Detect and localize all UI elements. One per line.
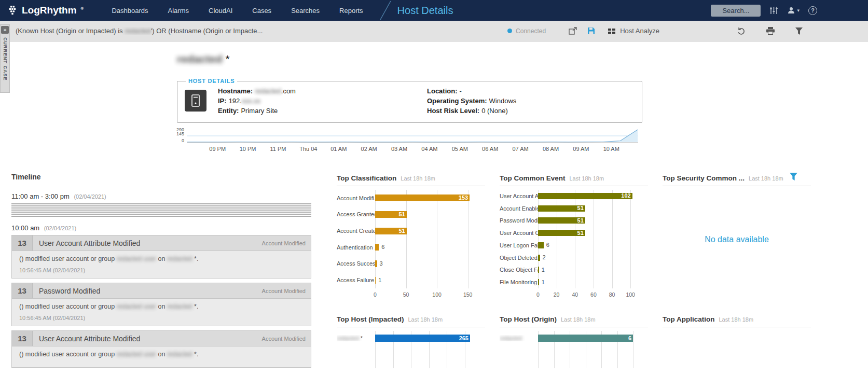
logrhythm-logo[interactable]: LogRhythm® [7, 5, 84, 16]
bar[interactable] [375, 260, 377, 267]
bar[interactable] [375, 277, 376, 284]
current-case-tab[interactable]: » CURRENT CASE [0, 24, 10, 93]
open-in-new-window-icon[interactable] [569, 27, 577, 35]
bar-track: 1 [538, 276, 648, 288]
current-case-label: CURRENT CASE [3, 37, 8, 81]
top-nav: LogRhythm® Dashboards Alarms CloudAI Cas… [0, 0, 868, 21]
chart-title: Top Host (Impacted) [337, 315, 404, 323]
event-card-header: 13 Password Modified Account Modified [12, 283, 311, 299]
expand-chevron-icon[interactable]: » [1, 26, 9, 34]
bar-label-text: Password Modif... [500, 217, 538, 224]
host-title: redacted * [177, 53, 230, 65]
brand-name: LogRhythm [22, 5, 77, 16]
bar-value: 1 [378, 277, 381, 283]
bar[interactable] [538, 279, 539, 285]
bar-value: 51 [398, 212, 406, 217]
bar-label-text: User Account C... [500, 230, 538, 236]
chart-period: Last 18h 18m [561, 316, 596, 323]
bar[interactable] [538, 267, 539, 273]
timeline-group-date: (02/04/2021) [74, 193, 106, 200]
timeline-event-card[interactable]: 13 User Account Attribute Modified Accou… [11, 235, 311, 279]
bar-row: User Logon Fail...6 [500, 239, 648, 252]
hostname-row: Hostname:redacted.com [218, 86, 427, 96]
bar-row: User Account A...102 [500, 190, 648, 202]
risk-row: Host Risk Level:0 (None) [427, 106, 516, 116]
bar-label-suffix: * [359, 335, 363, 341]
sparkline-tick-label: 03 AM [384, 146, 414, 152]
panel-header: Top Classification Last 18h 18m [337, 173, 485, 182]
nav-item-alarms[interactable]: Alarms [168, 7, 189, 15]
event-description: () modified user account or group redact… [19, 255, 304, 262]
bar[interactable]: 51 [538, 230, 585, 236]
chart-filter-funnel-icon[interactable] [790, 173, 797, 183]
active-page-slash [379, 1, 392, 20]
bar[interactable]: 265 [375, 335, 470, 342]
timeline-event-card[interactable]: 13 Password Modified Account Modified ()… [11, 283, 311, 326]
panel-header: Top Host (Impacted) Last 18h 18m [337, 314, 485, 323]
bar[interactable] [538, 255, 540, 261]
timeline-group-collapsed[interactable]: 11:00 am - 3:00 pm (02/04/2021) [11, 192, 311, 200]
bar[interactable] [375, 244, 379, 251]
chart-rows: redacted *265 [337, 331, 485, 345]
axis-tick-label: 0 [536, 291, 540, 298]
event-count-badge: 13 [12, 331, 33, 346]
filter-funnel-icon[interactable] [795, 27, 803, 35]
nav-item-searches[interactable]: Searches [291, 7, 320, 15]
event-text: *. [192, 351, 199, 358]
bar-track: 51 [375, 206, 485, 223]
timeline-event-card[interactable]: 13 User Account Attribute Modified Accou… [11, 330, 311, 368]
bar[interactable]: 51 [375, 228, 407, 234]
undo-icon[interactable] [737, 27, 746, 35]
search-button[interactable]: Search... [711, 5, 761, 17]
nav-item-cases[interactable]: Cases [252, 7, 271, 15]
axis-tick-label: 150 [463, 291, 473, 298]
axis-tick-label: 40 [572, 291, 578, 298]
nav-item-reports[interactable]: Reports [339, 7, 363, 15]
bar-row: Access Success3 [337, 256, 485, 272]
bar-label: Access Granted [337, 211, 375, 217]
bar-row: File Monitoring ...1 [500, 276, 648, 288]
page-title: Host Details [397, 5, 453, 17]
timeline-header: Timeline [11, 173, 311, 181]
nav-item-dashboards[interactable]: Dashboards [112, 7, 148, 15]
bar[interactable]: 51 [538, 217, 585, 224]
bar[interactable] [538, 242, 544, 248]
chart-axis-ticks: 050100150 [375, 291, 485, 299]
bar[interactable]: 102 [538, 193, 632, 199]
axis-tick-label: 60 [590, 291, 597, 298]
bar-row: Password Modif...51 [500, 215, 648, 227]
ip-prefix: 192. [229, 97, 242, 105]
top-classification-chart: Account Modifi...153Access Granted51Acco… [337, 190, 485, 302]
user-menu[interactable]: ▾ [787, 6, 800, 15]
timeline-collapsed-events[interactable] [11, 203, 311, 217]
host-analyze-button[interactable]: Host Analyze [608, 27, 659, 35]
axis-tick-label: 80 [609, 291, 615, 298]
help-icon[interactable]: ? [808, 6, 817, 15]
bar-value: 6 [381, 244, 384, 250]
print-icon[interactable] [766, 27, 775, 35]
filter-query[interactable]: (Known Host (Origin or Impacted) is reda… [16, 27, 507, 35]
chart-title: Top Host (Origin) [500, 315, 557, 323]
bar-label: Access Failure [337, 277, 375, 283]
column-settings-icon[interactable] [769, 6, 778, 15]
event-card-body: () modified user account or group redact… [12, 251, 311, 278]
host-details-section-label: HOST DETAILS [186, 78, 237, 84]
entity-row: Entity:Primary Site [218, 106, 427, 116]
host-details-body: Hostname:redacted.com IP:192.xxx.xx Enti… [184, 86, 636, 116]
event-card-body: () modified user account or group redact… [12, 299, 311, 326]
panel-header: Top Common Event Last 18h 18m [500, 173, 648, 182]
event-text: on [156, 351, 167, 358]
bar[interactable]: 153 [375, 195, 470, 201]
nav-item-cloudai[interactable]: CloudAI [209, 7, 232, 15]
bar[interactable]: 51 [375, 211, 407, 218]
bar-row: User Account C...51 [500, 227, 648, 239]
chart-rows: redacted6 [500, 331, 648, 345]
event-text: *. [192, 255, 199, 262]
sparkline-tick-label: 09 AM [566, 146, 596, 152]
timeline-group-expanded[interactable]: 10:00 am (02/04/2021) [11, 224, 311, 232]
save-search-icon[interactable] [587, 27, 595, 35]
bar[interactable]: 6 [538, 335, 633, 342]
bar[interactable]: 51 [538, 205, 585, 212]
bar-label-text: Account Enabled [500, 205, 538, 212]
top-host-impacted-chart: redacted *265 [337, 331, 485, 368]
